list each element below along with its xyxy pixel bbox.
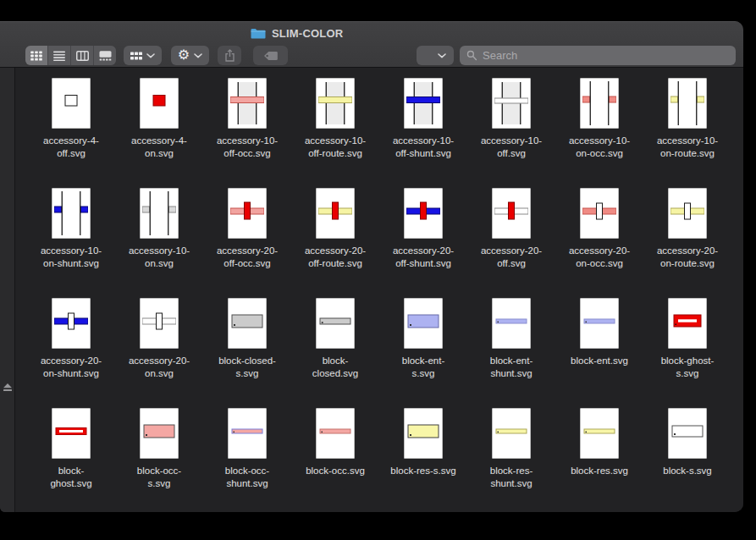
file-name: accessory-10-on-occ.svg bbox=[569, 135, 630, 160]
file-name: accessory-10-off-route.svg bbox=[305, 135, 366, 160]
file-icon[interactable] bbox=[404, 78, 443, 129]
file-name: accessory-10-off-occ.svg bbox=[217, 135, 278, 160]
file-item[interactable]: block-res.svg bbox=[555, 408, 643, 512]
file-item[interactable]: accessory-10-on-occ.svg bbox=[555, 78, 643, 188]
file-icon[interactable] bbox=[52, 188, 91, 239]
file-item[interactable]: accessory-20-off-route.svg bbox=[291, 188, 379, 298]
file-item[interactable]: accessory-10-off.svg bbox=[467, 78, 555, 188]
file-icon[interactable] bbox=[668, 408, 707, 459]
file-icon[interactable] bbox=[140, 188, 179, 239]
file-item[interactable]: block-occ.svg bbox=[291, 408, 379, 512]
file-icon[interactable] bbox=[316, 298, 355, 349]
file-icon[interactable] bbox=[52, 408, 91, 459]
file-icon[interactable] bbox=[52, 298, 91, 349]
file-name: block-res-s.svg bbox=[390, 465, 455, 477]
file-icon[interactable] bbox=[580, 78, 619, 129]
file-item[interactable]: block-ghost-s.svg bbox=[643, 298, 731, 408]
file-name: block-occ-s.svg bbox=[137, 465, 181, 490]
file-name: accessory-4-on.svg bbox=[131, 135, 187, 160]
file-item[interactable]: accessory-20-off-occ.svg bbox=[203, 188, 291, 298]
file-name: block-ent-shunt.svg bbox=[490, 355, 533, 380]
file-item[interactable]: accessory-4-off.svg bbox=[27, 78, 115, 188]
group-by-button[interactable] bbox=[124, 46, 162, 65]
file-icon[interactable] bbox=[140, 78, 179, 129]
file-icon[interactable] bbox=[580, 188, 619, 239]
file-item[interactable]: block-res-shunt.svg bbox=[467, 408, 555, 512]
file-item[interactable]: block-ghost.svg bbox=[27, 408, 115, 512]
file-name: accessory-20-off-occ.svg bbox=[217, 245, 278, 270]
share-button[interactable] bbox=[218, 46, 241, 65]
file-name: block-s.svg bbox=[663, 465, 712, 477]
file-icon[interactable] bbox=[228, 78, 267, 129]
file-icon[interactable] bbox=[316, 78, 355, 129]
file-item[interactable]: accessory-4-on.svg bbox=[115, 78, 203, 188]
file-name: accessory-4-off.svg bbox=[43, 135, 99, 160]
file-icon[interactable] bbox=[404, 298, 443, 349]
file-name: accessory-10-on.svg bbox=[129, 245, 190, 270]
tag-button[interactable] bbox=[253, 46, 288, 65]
file-name: accessory-20-on-shunt.svg bbox=[41, 355, 102, 380]
file-item[interactable]: accessory-10-off-occ.svg bbox=[203, 78, 291, 188]
file-item[interactable]: accessory-20-on-shunt.svg bbox=[27, 298, 115, 408]
file-item[interactable]: accessory-10-on-route.svg bbox=[643, 78, 731, 188]
file-item[interactable]: block-closed-s.svg bbox=[203, 298, 291, 408]
list-view-button[interactable] bbox=[48, 46, 70, 65]
file-name: block-closed-s.svg bbox=[218, 355, 276, 380]
file-item[interactable]: accessory-10-off-route.svg bbox=[291, 78, 379, 188]
file-icon[interactable] bbox=[316, 408, 355, 459]
file-name: block-ent-s.svg bbox=[402, 355, 445, 380]
file-icon[interactable] bbox=[668, 298, 707, 349]
file-icon[interactable] bbox=[492, 188, 531, 239]
file-item[interactable]: accessory-10-on.svg bbox=[115, 188, 203, 298]
file-item[interactable]: block-occ-shunt.svg bbox=[203, 408, 291, 512]
titlebar[interactable]: SLIM-COLOR bbox=[251, 27, 343, 40]
file-item[interactable]: accessory-20-off.svg bbox=[467, 188, 555, 298]
chevron-down-icon bbox=[438, 53, 446, 58]
file-icon[interactable] bbox=[52, 78, 91, 129]
quick-group-dropdown[interactable] bbox=[417, 46, 454, 65]
file-icon[interactable] bbox=[492, 298, 531, 349]
file-name: block-res.svg bbox=[571, 465, 628, 477]
action-menu-button[interactable]: ⚙ bbox=[171, 46, 209, 65]
file-icon[interactable] bbox=[580, 298, 619, 349]
column-view-button[interactable] bbox=[71, 46, 93, 65]
file-item[interactable]: accessory-20-off-shunt.svg bbox=[379, 188, 467, 298]
file-icon[interactable] bbox=[228, 408, 267, 459]
file-item[interactable]: block-ent-s.svg bbox=[379, 298, 467, 408]
file-item[interactable]: accessory-20-on.svg bbox=[115, 298, 203, 408]
sidebar-strip bbox=[0, 68, 15, 512]
file-icon[interactable] bbox=[140, 298, 179, 349]
file-item[interactable]: accessory-20-on-route.svg bbox=[643, 188, 731, 298]
file-icon[interactable] bbox=[316, 188, 355, 239]
file-item[interactable]: block-s.svg bbox=[643, 408, 731, 512]
file-name: accessory-20-on-occ.svg bbox=[569, 245, 630, 270]
file-icon[interactable] bbox=[492, 78, 531, 129]
file-item[interactable]: accessory-10-off-shunt.svg bbox=[379, 78, 467, 188]
file-item[interactable]: accessory-20-on-occ.svg bbox=[555, 188, 643, 298]
file-icon[interactable] bbox=[668, 78, 707, 129]
column-view-icon bbox=[76, 51, 89, 61]
gallery-view-button[interactable] bbox=[94, 46, 116, 65]
file-item[interactable]: accessory-10-on-shunt.svg bbox=[27, 188, 115, 298]
file-item[interactable]: block-closed.svg bbox=[291, 298, 379, 408]
file-icon[interactable] bbox=[668, 188, 707, 239]
file-name: accessory-20-off-shunt.svg bbox=[393, 245, 454, 270]
file-icon[interactable] bbox=[404, 408, 443, 459]
file-item[interactable]: block-res-s.svg bbox=[379, 408, 467, 512]
file-name: accessory-20-on.svg bbox=[129, 355, 190, 380]
eject-button[interactable] bbox=[3, 383, 13, 392]
file-icon[interactable] bbox=[228, 188, 267, 239]
file-icon[interactable] bbox=[140, 408, 179, 459]
file-icon[interactable] bbox=[404, 188, 443, 239]
file-icon[interactable] bbox=[492, 408, 531, 459]
file-name: block-ghost-s.svg bbox=[661, 355, 715, 380]
chevron-down-icon bbox=[194, 53, 202, 58]
file-item[interactable]: block-occ-s.svg bbox=[115, 408, 203, 512]
file-item[interactable]: block-ent-shunt.svg bbox=[467, 298, 555, 408]
file-icon[interactable] bbox=[580, 408, 619, 459]
window-title: SLIM-COLOR bbox=[272, 27, 343, 40]
search-input[interactable] bbox=[460, 46, 736, 65]
file-icon[interactable] bbox=[228, 298, 267, 349]
icon-view-button[interactable] bbox=[25, 46, 47, 65]
file-item[interactable]: block-ent.svg bbox=[555, 298, 643, 408]
